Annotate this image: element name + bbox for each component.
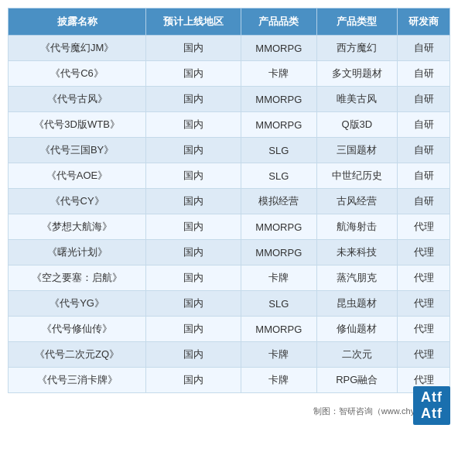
table-cell: 卡牌 xyxy=(241,368,316,393)
table-cell: SLG xyxy=(241,163,316,189)
table-cell: 《代号AOE》 xyxy=(9,163,146,189)
table-cell: 《代号魔幻JM》 xyxy=(9,36,146,61)
table-cell: 自研 xyxy=(398,87,450,112)
table-row: 《代号三消卡牌》国内卡牌RPG融合代理 xyxy=(9,368,450,393)
logo-line1: Atf xyxy=(421,389,443,406)
table-cell: 国内 xyxy=(146,163,241,189)
table-row: 《代号AOE》国内SLG中世纪历史自研 xyxy=(9,163,450,189)
table-cell: 模拟经营 xyxy=(241,189,316,214)
table-cell: 中世纪历史 xyxy=(316,163,398,189)
table-cell: 《代号CY》 xyxy=(9,189,146,214)
table-cell: 二次元 xyxy=(316,342,398,368)
table-cell: 自研 xyxy=(398,112,450,138)
table-cell: 代理 xyxy=(398,317,450,342)
table-cell: 卡牌 xyxy=(241,265,316,291)
col-header-region: 预计上线地区 xyxy=(146,9,241,36)
table-cell: 修仙题材 xyxy=(316,317,398,342)
table-cell: SLG xyxy=(241,291,316,317)
table-cell: 自研 xyxy=(398,163,450,189)
table-cell: 国内 xyxy=(146,112,241,138)
table-cell: 西方魔幻 xyxy=(316,36,398,61)
table-cell: 未来科技 xyxy=(316,240,398,265)
main-table: 披露名称 预计上线地区 产品品类 产品类型 研发商 《代号魔幻JM》国内MMOR… xyxy=(8,8,450,393)
table-cell: 代理 xyxy=(398,291,450,317)
table-row: 《代号古风》国内MMORPG唯美古风自研 xyxy=(9,87,450,112)
table-cell: 国内 xyxy=(146,36,241,61)
table-cell: 《代号三国BY》 xyxy=(9,138,146,163)
table-cell: 国内 xyxy=(146,291,241,317)
table-cell: 国内 xyxy=(146,265,241,291)
table-cell: MMORPG xyxy=(241,317,316,342)
table-cell: 古风经营 xyxy=(316,189,398,214)
table-cell: 国内 xyxy=(146,138,241,163)
table-cell: 《梦想大航海》 xyxy=(9,214,146,240)
table-cell: 《代号YG》 xyxy=(9,291,146,317)
table-cell: 国内 xyxy=(146,240,241,265)
table-cell: 卡牌 xyxy=(241,342,316,368)
table-row: 《代号魔幻JM》国内MMORPG西方魔幻自研 xyxy=(9,36,450,61)
table-cell: Q版3D xyxy=(316,112,398,138)
table-cell: 《代号三消卡牌》 xyxy=(9,368,146,393)
table-cell: 代理 xyxy=(398,214,450,240)
table-cell: 国内 xyxy=(146,189,241,214)
table-row: 《梦想大航海》国内MMORPG航海射击代理 xyxy=(9,214,450,240)
table-row: 《代号CY》国内模拟经营古风经营自研 xyxy=(9,189,450,214)
table-cell: MMORPG xyxy=(241,214,316,240)
table-cell: MMORPG xyxy=(241,112,316,138)
col-header-developer: 研发商 xyxy=(398,9,450,36)
table-cell: 国内 xyxy=(146,368,241,393)
table-cell: 《代号古风》 xyxy=(9,87,146,112)
table-cell: RPG融合 xyxy=(316,368,398,393)
table-cell: 航海射击 xyxy=(316,214,398,240)
table-cell: 三国题材 xyxy=(316,138,398,163)
table-cell: 唯美古风 xyxy=(316,87,398,112)
table-row: 《代号3D版WTB》国内MMORPGQ版3D自研 xyxy=(9,112,450,138)
logo-line2: Atf xyxy=(421,406,443,422)
table-row: 《空之要塞：启航》国内卡牌蒸汽朋克代理 xyxy=(9,265,450,291)
table-cell: MMORPG xyxy=(241,87,316,112)
table-cell: 自研 xyxy=(398,189,450,214)
table-row: 《代号YG》国内SLG昆虫题材代理 xyxy=(9,291,450,317)
table-cell: 多文明题材 xyxy=(316,61,398,87)
table-cell: 自研 xyxy=(398,61,450,87)
col-header-category: 产品品类 xyxy=(241,9,316,36)
table-cell: 《代号C6》 xyxy=(9,61,146,87)
table-cell: 代理 xyxy=(398,265,450,291)
table-cell: 国内 xyxy=(146,61,241,87)
table-cell: 《代号二次元ZQ》 xyxy=(9,342,146,368)
table-row: 《代号C6》国内卡牌多文明题材自研 xyxy=(9,61,450,87)
table-cell: 蒸汽朋克 xyxy=(316,265,398,291)
table-cell: 自研 xyxy=(398,138,450,163)
table-cell: 代理 xyxy=(398,342,450,368)
table-cell: 《空之要塞：启航》 xyxy=(9,265,146,291)
table-cell: 《代号3D版WTB》 xyxy=(9,112,146,138)
table-row: 《代号修仙传》国内MMORPG修仙题材代理 xyxy=(9,317,450,342)
table-cell: 国内 xyxy=(146,342,241,368)
table-cell: 国内 xyxy=(146,317,241,342)
table-cell: 代理 xyxy=(398,240,450,265)
table-cell: SLG xyxy=(241,138,316,163)
table-cell: 《曙光计划》 xyxy=(9,240,146,265)
table-row: 《代号三国BY》国内SLG三国题材自研 xyxy=(9,138,450,163)
table-cell: MMORPG xyxy=(241,36,316,61)
table-cell: 国内 xyxy=(146,87,241,112)
table-cell: 卡牌 xyxy=(241,61,316,87)
table-row: 《曙光计划》国内MMORPG未来科技代理 xyxy=(9,240,450,265)
footer-row: 制图：智研咨询（www.chyxx.com） Atf Atf xyxy=(8,399,450,417)
col-header-name: 披露名称 xyxy=(9,9,146,36)
col-header-type: 产品类型 xyxy=(316,9,398,36)
table-row: 《代号二次元ZQ》国内卡牌二次元代理 xyxy=(9,342,450,368)
table-cell: 自研 xyxy=(398,36,450,61)
table-cell: 《代号修仙传》 xyxy=(9,317,146,342)
table-cell: 昆虫题材 xyxy=(316,291,398,317)
table-cell: 国内 xyxy=(146,214,241,240)
footer-text: 制图：智研咨询（www.chyxx.com） xyxy=(8,406,450,417)
table-cell: MMORPG xyxy=(241,240,316,265)
